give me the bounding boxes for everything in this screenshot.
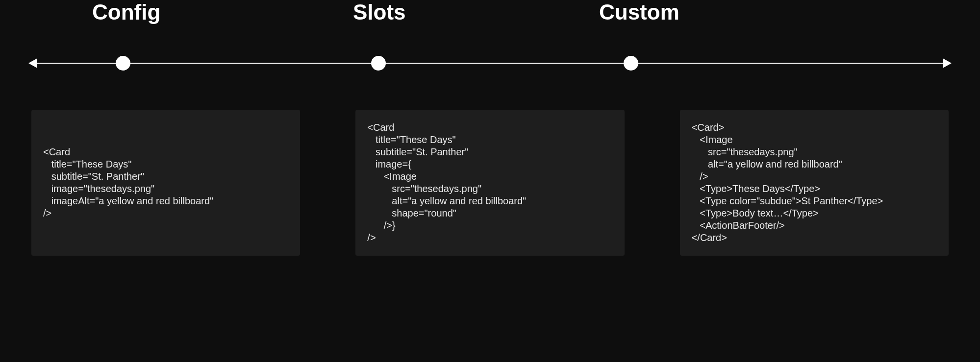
heading-custom: Custom: [599, 0, 679, 24]
heading-slots: Slots: [353, 0, 406, 24]
arrow-right-icon: [943, 58, 952, 68]
axis-dot-config: [116, 56, 130, 71]
codeblock-config-text: <Card title="These Days" subtitle="St. P…: [43, 146, 213, 219]
diagram-container: Config Slots Custom <Card title="These D…: [0, 0, 980, 362]
arrow-left-icon: [28, 58, 37, 68]
axis-line: [33, 63, 947, 64]
codeblock-custom: <Card> <Image src="thesedays.png" alt="a…: [680, 110, 949, 256]
codeblock-slots: <Card title="These Days" subtitle="St. P…: [355, 110, 624, 256]
codeblock-custom-text: <Card> <Image src="thesedays.png" alt="a…: [692, 121, 883, 244]
codeblocks-row: <Card title="These Days" subtitle="St. P…: [31, 110, 949, 256]
heading-config: Config: [92, 0, 160, 24]
axis-dot-custom: [624, 56, 638, 71]
codeblock-config: <Card title="These Days" subtitle="St. P…: [31, 110, 300, 256]
codeblock-slots-text: <Card title="These Days" subtitle="St. P…: [367, 121, 526, 244]
axis-dot-slots: [371, 56, 386, 71]
